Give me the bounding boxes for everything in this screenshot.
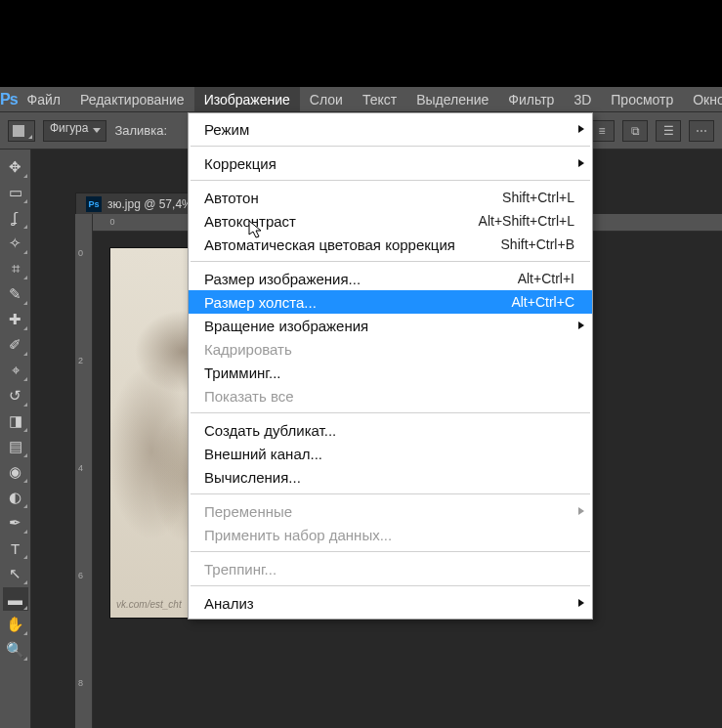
vruler-tick: 8 xyxy=(78,678,83,688)
menu-item-редактирование[interactable]: Редактирование xyxy=(70,87,194,111)
vruler-tick: 0 xyxy=(78,248,83,258)
vruler-tick: 4 xyxy=(78,463,83,473)
menu-option-label: Создать дубликат... xyxy=(204,422,574,439)
tool-zoom[interactable]: 🔍 xyxy=(3,638,28,662)
menu-separator xyxy=(191,261,590,262)
tool-history-brush[interactable]: ↺ xyxy=(3,384,28,407)
menu-option-shortcut: Alt+Shift+Ctrl+L xyxy=(479,213,574,229)
tool-type[interactable]: T xyxy=(3,536,28,560)
menu-separator xyxy=(191,585,590,586)
menu-option-анализ[interactable]: Анализ xyxy=(189,591,592,615)
menu-option-label: Автоконтраст xyxy=(204,213,479,230)
tool-patch[interactable]: ✚ xyxy=(3,308,28,331)
menu-option-label: Режим xyxy=(204,121,574,138)
tool-marquee[interactable]: ▭ xyxy=(3,181,28,204)
menu-option-shortcut: Alt+Ctrl+I xyxy=(518,271,574,286)
hruler-tick: 0 xyxy=(109,217,114,227)
menu-option-размер-холста-[interactable]: Размер холста...Alt+Ctrl+C xyxy=(189,290,592,314)
window-decoration-black xyxy=(0,0,722,87)
ps-logo: Ps xyxy=(0,87,18,111)
menu-option-label: Переменные xyxy=(204,503,574,520)
menu-item-просмотр[interactable]: Просмотр xyxy=(601,87,683,111)
tool-rectangle[interactable]: ▬ xyxy=(3,587,28,611)
tool-eraser[interactable]: ◨ xyxy=(3,409,28,433)
menu-option-автоконтраст[interactable]: АвтоконтрастAlt+Shift+Ctrl+L xyxy=(189,209,592,233)
menu-option-создать-дубликат-[interactable]: Создать дубликат... xyxy=(189,418,592,442)
menu-option-shortcut: Shift+Ctrl+L xyxy=(502,190,574,205)
vruler-tick: 6 xyxy=(78,571,83,580)
shape-mode-label: Фигура xyxy=(50,121,88,135)
tool-pen[interactable]: ✒ xyxy=(3,511,28,535)
toolbox: ✥▭ʆ✧⌗✎✚✐⌖↺◨▤◉◐✒T↖▬✋🔍 xyxy=(0,150,31,728)
tool-blur[interactable]: ◉ xyxy=(3,460,28,484)
menu-option-коррекция[interactable]: Коррекция xyxy=(189,151,592,175)
tool-magic-wand[interactable]: ✧ xyxy=(3,232,28,255)
menu-option-применить-набор-данных-: Применить набор данных... xyxy=(189,523,592,546)
tool-path-select[interactable]: ↖ xyxy=(3,562,28,585)
menu-separator xyxy=(191,412,590,413)
menu-option-label: Автоматическая цветовая коррекция xyxy=(204,236,501,253)
menu-option-label: Треппинг... xyxy=(204,561,574,578)
vruler-tick: 2 xyxy=(78,356,83,365)
menu-item-фильтр[interactable]: Фильтр xyxy=(498,87,564,111)
menu-option-shortcut: Shift+Ctrl+B xyxy=(501,236,574,252)
tool-hand[interactable]: ✋ xyxy=(3,613,28,636)
menu-item-файл[interactable]: Файл xyxy=(18,87,70,111)
document-tab-label: зю.jpg @ 57,4% xyxy=(107,197,192,211)
tool-clone[interactable]: ⌖ xyxy=(3,359,28,382)
menu-option-вычисления-[interactable]: Вычисления... xyxy=(189,465,592,489)
tool-move[interactable]: ✥ xyxy=(3,155,28,179)
menu-separator xyxy=(191,493,590,494)
menu-option-вращение-изображения[interactable]: Вращение изображения xyxy=(189,314,592,337)
menu-item-3d[interactable]: 3D xyxy=(564,87,601,111)
watermark-text: vk.com/est_cht xyxy=(116,599,182,610)
tool-eyedropper[interactable]: ✎ xyxy=(3,282,28,306)
menu-item-слои[interactable]: Слои xyxy=(300,87,353,111)
menu-option-тримминг-[interactable]: Тримминг... xyxy=(189,361,592,384)
menu-option-автоматическая-цветовая-коррекция[interactable]: Автоматическая цветовая коррекцияShift+C… xyxy=(189,233,592,256)
menu-option-автотон[interactable]: АвтотонShift+Ctrl+L xyxy=(189,186,592,209)
menu-option-shortcut: Alt+Ctrl+C xyxy=(511,294,574,310)
image-menu-dropdown: РежимКоррекцияАвтотонShift+Ctrl+LАвтокон… xyxy=(188,112,593,620)
tool-dodge[interactable]: ◐ xyxy=(3,486,28,509)
menu-option-label: Показать все xyxy=(204,388,574,405)
menu-option-label: Размер холста... xyxy=(204,294,511,311)
menu-option-label: Вычисления... xyxy=(204,469,574,486)
menu-separator xyxy=(191,551,590,552)
menu-option-label: Размер изображения... xyxy=(204,271,518,287)
menu-separator xyxy=(191,146,590,147)
menu-option-переменные: Переменные xyxy=(189,499,592,523)
menu-option-размер-изображения-[interactable]: Размер изображения...Alt+Ctrl+I xyxy=(189,267,592,290)
menu-option-label: Коррекция xyxy=(204,155,574,172)
tool-brush[interactable]: ✐ xyxy=(3,333,28,357)
tool-lasso[interactable]: ʆ xyxy=(3,206,28,230)
menu-option-label: Анализ xyxy=(204,595,574,612)
menubar: Ps ФайлРедактированиеИзображениеСлоиТекс… xyxy=(0,87,722,112)
ps-file-icon: Ps xyxy=(86,196,102,212)
geometry-options-icon[interactable]: ☰ xyxy=(656,120,681,142)
document-tab[interactable]: Ps зю.jpg @ 57,4% xyxy=(75,193,203,214)
shape-mode-select[interactable]: Фигура xyxy=(43,120,106,142)
menu-option-треппинг-: Треппинг... xyxy=(189,557,592,580)
menu-option-label: Внешний канал... xyxy=(204,446,574,462)
menu-option-label: Применить набор данных... xyxy=(204,527,574,543)
menu-separator xyxy=(191,180,590,181)
menu-option-внешний-канал-[interactable]: Внешний канал... xyxy=(189,442,592,465)
tool-preset-dropdown[interactable] xyxy=(8,120,35,142)
tool-gradient[interactable]: ▤ xyxy=(3,435,28,458)
menu-item-текст[interactable]: Текст xyxy=(353,87,406,111)
tool-crop[interactable]: ⌗ xyxy=(3,257,28,280)
vertical-ruler: 02468 xyxy=(75,214,93,728)
more-options-icon[interactable]: ⋯ xyxy=(689,120,714,142)
menu-option-label: Кадрировать xyxy=(204,341,574,358)
arrange-options-icon[interactable]: ⧉ xyxy=(622,120,648,142)
menu-option-label: Тримминг... xyxy=(204,364,574,381)
menu-item-изображение[interactable]: Изображение xyxy=(194,87,300,111)
menu-option-показать-все: Показать все xyxy=(189,384,592,407)
menu-option-кадрировать: Кадрировать xyxy=(189,337,592,361)
menu-item-выделение[interactable]: Выделение xyxy=(406,87,498,111)
fill-label: Заливка: xyxy=(114,123,167,138)
menu-item-окно[interactable]: Окно xyxy=(683,87,722,111)
menu-option-режим[interactable]: Режим xyxy=(189,117,592,141)
menu-option-label: Вращение изображения xyxy=(204,318,574,334)
